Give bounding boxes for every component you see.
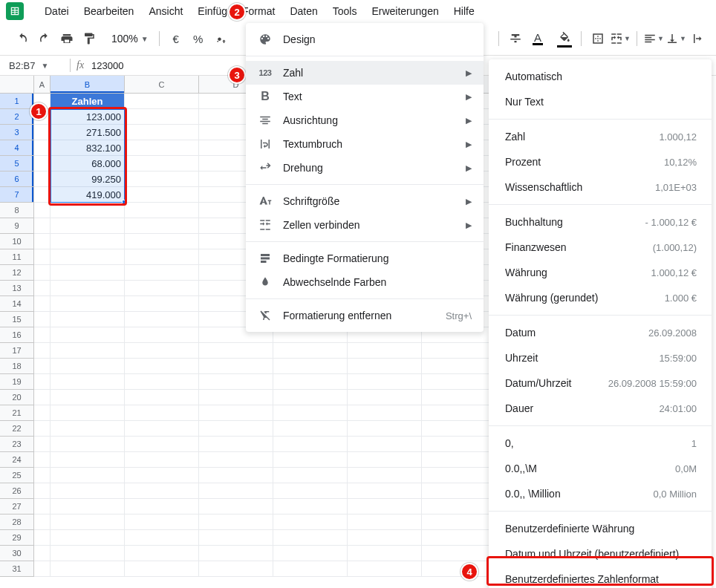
row-header-2[interactable]: 2	[0, 109, 34, 125]
cell[interactable]	[125, 140, 199, 156]
format-menu-abwechselnde-farben[interactable]: Abwechselnde Farben	[246, 270, 484, 294]
col-header-A[interactable]: A	[34, 76, 51, 94]
cell[interactable]	[34, 514, 51, 530]
data-cell[interactable]: 99.250	[51, 172, 125, 187]
cell[interactable]	[51, 234, 125, 249]
cell[interactable]	[51, 546, 125, 561]
redo-button[interactable]	[34, 28, 55, 49]
cell[interactable]	[51, 327, 125, 343]
cell[interactable]	[125, 530, 199, 546]
row-header-12[interactable]: 12	[0, 265, 34, 281]
cell[interactable]	[34, 140, 51, 156]
row-header-11[interactable]: 11	[0, 249, 34, 265]
cell[interactable]	[348, 343, 422, 359]
number-format-zahl[interactable]: Zahl1.000,12	[489, 124, 712, 149]
cell[interactable]	[34, 172, 51, 187]
row-header-17[interactable]: 17	[0, 343, 34, 359]
cell[interactable]	[34, 312, 51, 327]
cell[interactable]	[34, 281, 51, 296]
cell[interactable]	[51, 499, 125, 514]
cell[interactable]	[348, 468, 422, 483]
cell[interactable]	[348, 530, 422, 546]
number-format-w-hrung-gerundet-[interactable]: Währung (gerundet)1.000 €	[489, 285, 712, 310]
cell[interactable]	[34, 249, 51, 265]
valign-button[interactable]: ▼	[665, 28, 686, 49]
cell[interactable]	[422, 546, 496, 561]
cell[interactable]	[51, 405, 125, 421]
row-header-3[interactable]: 3	[0, 125, 34, 140]
cell[interactable]	[51, 265, 125, 281]
cell[interactable]	[199, 546, 273, 561]
cell[interactable]	[273, 514, 348, 530]
cell[interactable]	[125, 359, 199, 374]
cell[interactable]	[125, 156, 199, 172]
cell[interactable]	[125, 561, 199, 577]
cell[interactable]	[51, 468, 125, 483]
format-menu-text[interactable]: BText▶	[246, 85, 484, 108]
cell[interactable]	[34, 265, 51, 281]
cell[interactable]	[51, 561, 125, 577]
cell[interactable]	[422, 499, 496, 514]
data-cell[interactable]: 271.500	[51, 125, 125, 140]
cell[interactable]	[422, 437, 496, 452]
cell[interactable]	[348, 405, 422, 421]
cell[interactable]	[51, 296, 125, 312]
menu-daten[interactable]: Daten	[284, 2, 323, 20]
row-header-10[interactable]: 10	[0, 234, 34, 249]
menu-hilfe[interactable]: Hilfe	[448, 2, 481, 20]
number-format-dauer[interactable]: Dauer24:01:00	[489, 396, 712, 421]
cell[interactable]	[199, 437, 273, 452]
number-format-w-hrung[interactable]: Währung1.000,12 €	[489, 260, 712, 285]
cell[interactable]	[125, 483, 199, 499]
menu-einfüg[interactable]: Einfüg	[192, 2, 233, 20]
menu-format[interactable]: Format	[236, 2, 281, 20]
cell[interactable]	[422, 530, 496, 546]
cell[interactable]	[51, 249, 125, 265]
format-menu-bedingte-formatierung[interactable]: Bedingte Formatierung	[246, 246, 484, 270]
cell[interactable]	[125, 421, 199, 437]
cell[interactable]	[422, 483, 496, 499]
cell[interactable]	[34, 156, 51, 172]
cell[interactable]	[273, 530, 348, 546]
name-box[interactable]: B2:B7 ▼	[0, 60, 64, 71]
cell[interactable]	[51, 530, 125, 546]
cell[interactable]	[125, 281, 199, 296]
data-cell[interactable]: 123.000	[51, 109, 125, 125]
row-header-4[interactable]: 4	[0, 140, 34, 156]
cell[interactable]	[422, 421, 496, 437]
paint-format-button[interactable]	[79, 28, 100, 49]
col-header-C[interactable]: C	[125, 76, 199, 94]
cell[interactable]	[34, 561, 51, 577]
cell[interactable]	[199, 561, 273, 577]
cell[interactable]	[199, 374, 273, 390]
cell[interactable]	[422, 405, 496, 421]
cell[interactable]	[34, 452, 51, 468]
cell[interactable]	[348, 546, 422, 561]
cell[interactable]	[422, 343, 496, 359]
row-header-26[interactable]: 26	[0, 483, 34, 499]
cell[interactable]	[34, 421, 51, 437]
cell[interactable]	[422, 390, 496, 405]
cell[interactable]	[125, 390, 199, 405]
cell[interactable]	[34, 218, 51, 234]
cell[interactable]	[199, 405, 273, 421]
format-menu-textumbruch[interactable]: Textumbruch▶	[246, 132, 484, 156]
cell[interactable]	[34, 405, 51, 421]
format-menu-schriftgröße[interactable]: Schriftgröße▶	[246, 189, 484, 213]
number-format-wissenschaftlich[interactable]: Wissenschaftlich1,01E+03	[489, 174, 712, 200]
format-menu-design[interactable]: Design	[246, 27, 484, 51]
cell[interactable]	[273, 452, 348, 468]
cell[interactable]	[51, 281, 125, 296]
cell[interactable]	[125, 109, 199, 125]
formula-value[interactable]: 123000	[91, 60, 123, 71]
cell[interactable]	[422, 374, 496, 390]
number-format-0-[interactable]: 0,1	[489, 431, 712, 456]
print-button[interactable]	[56, 28, 77, 49]
strike-button[interactable]	[505, 28, 526, 49]
row-header-19[interactable]: 19	[0, 374, 34, 390]
cell[interactable]	[125, 327, 199, 343]
cell[interactable]	[199, 452, 273, 468]
col-header-B[interactable]: B	[51, 76, 125, 94]
row-header-18[interactable]: 18	[0, 359, 34, 374]
fill-color-button[interactable]	[554, 28, 575, 49]
